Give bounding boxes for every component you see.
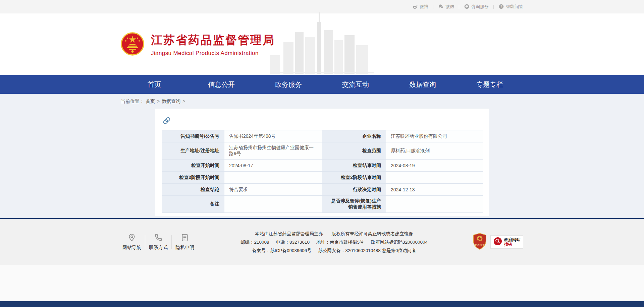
topbar-link-label: 微博 [420, 4, 428, 10]
footer-icp-number[interactable]: 备案号：苏ICP备09039606号 [252, 246, 312, 255]
nav-item-interaction[interactable]: 交流互动 [322, 75, 389, 94]
footer-link-contact[interactable]: 联系方式 [147, 233, 169, 251]
topbar-link-consult-service[interactable]: 咨询服务 [464, 4, 489, 10]
magnifier-icon [493, 237, 502, 247]
field-value: 符合要求 [224, 184, 322, 196]
footer-quicklinks: 网站导航 联系方式 隐私申明 [121, 233, 196, 251]
breadcrumb-link-data-query[interactable]: 数据查询 [162, 99, 180, 104]
gov-site-find-error-badge[interactable]: 政府网站 找错 [490, 235, 523, 249]
document-icon [174, 233, 196, 242]
footer-phone: 电话：83273610 [276, 238, 310, 246]
site-title: 江苏省药品监督管理局 [151, 33, 275, 48]
topbar-link-label: 微信 [445, 4, 454, 10]
city-skyline-watermark [270, 12, 374, 75]
map-pin-icon [121, 233, 143, 242]
field-value [386, 196, 483, 213]
footer-copyright-text: 版权所有未经许可禁止转载或者建立镜像 [332, 230, 413, 238]
footer-spacer [0, 265, 644, 301]
footer-line-2: 邮编：210008 电话：83273610 地址：南京市鼓楼街5号 政府网站标识… [196, 238, 472, 246]
topbar-link-wechat[interactable]: 微信 [438, 4, 454, 10]
field-label: 告知书编号/公告号 [162, 130, 224, 142]
footer-link-privacy[interactable]: 隐私申明 [174, 233, 196, 251]
field-label: 检查2阶段结束时间 [322, 172, 386, 184]
table-row: 生产地址/注册地址 江苏省扬州市扬州生物健康产业园健康一路9号 检查范围 原料药… [162, 142, 483, 160]
topbar-link-weibo[interactable]: 微博 [412, 4, 428, 10]
phone-icon [147, 233, 169, 242]
nav-item-special-topics[interactable]: 专题专栏 [456, 75, 523, 94]
footer-line-1: 本站由江苏省药品监督管理局主办 版权所有未经许可禁止转载或者建立镜像 [196, 230, 472, 238]
separator [433, 5, 433, 9]
field-value [224, 172, 322, 184]
consult-service-icon [464, 4, 470, 9]
footer-postcode: 邮编：210008 [240, 238, 269, 246]
separator [145, 235, 145, 249]
footer-security-number[interactable]: 苏公网安备：32010602010488 您是第0位访问者 [318, 246, 416, 255]
table-row: 检查2阶段开始时间 检查2阶段结束时间 [162, 172, 483, 184]
footer-badges: 党政机关 政府网站 找错 [472, 233, 523, 251]
field-value [224, 196, 322, 213]
table-row: 检查结论 符合要求 行政决定时间 2024-12-13 [162, 184, 483, 196]
table-row: 备注 是否涉及暂停(恢复)生产销售使用等措施 [162, 196, 483, 213]
quicklink-label: 网站导航 [121, 245, 143, 251]
nav-item-gov-services[interactable]: 政务服务 [255, 75, 322, 94]
national-emblem-logo [121, 32, 144, 57]
main-nav: 首页 信息公开 政务服务 交流互动 数据查询 专题专栏 [0, 75, 644, 94]
badge-label: 政府网站 [504, 237, 520, 242]
nav-item-home[interactable]: 首页 [121, 75, 188, 94]
breadcrumb-separator: > [182, 99, 185, 104]
wechat-icon [438, 4, 444, 9]
footer-site-id: 政府网站标识码3200000004 [371, 238, 428, 246]
site-footer: 网站导航 联系方式 隐私申明 本站由江苏省药品监督管理局主办 版权所有未经许可禁… [0, 219, 644, 265]
footer-address: 地址：南京市鼓楼街5号 [316, 238, 364, 246]
footer-link-site-navigation[interactable]: 网站导航 [121, 233, 143, 251]
field-label: 行政决定时间 [322, 184, 386, 196]
table-row: 告知书编号/公告号 告知书2024年第408号 企业名称 江苏联环药业股份有限公… [162, 130, 483, 142]
table-row: 检查开始时间 2024-08-17 检查结束时间 2024-08-19 [162, 160, 483, 172]
bottom-bar [0, 301, 644, 307]
field-label: 检查范围 [322, 142, 386, 160]
field-value: 原料药,口服溶液剂 [386, 142, 483, 160]
separator [459, 5, 459, 9]
field-label: 检查2阶段开始时间 [162, 172, 224, 184]
footer-text: 本站由江苏省药品监督管理局主办 版权所有未经许可禁止转载或者建立镜像 邮编：21… [196, 230, 472, 255]
site-subtitle: Jiangsu Medical Products Administration [151, 50, 275, 57]
separator [493, 5, 494, 9]
link-icon [162, 116, 482, 127]
field-value: 2024-08-17 [224, 160, 322, 172]
field-label: 检查开始时间 [162, 160, 224, 172]
badge-label: 找错 [504, 242, 520, 247]
party-gov-badge[interactable]: 党政机关 [472, 233, 487, 251]
breadcrumb-prefix: 当前位置： [121, 99, 144, 104]
breadcrumb-separator: > [157, 99, 160, 104]
field-value: 江苏联环药业股份有限公司 [386, 130, 483, 142]
weibo-icon [412, 4, 418, 9]
field-label: 是否涉及暂停(恢复)生产销售使用等措施 [322, 196, 386, 213]
main-content: 当前位置：首页>数据查询> 告知书编号/公告号 告知书2024年第408号 企业… [0, 94, 644, 218]
nav-item-info-disclosure[interactable]: 信息公开 [188, 75, 255, 94]
site-header: 江苏省药品监督管理局 Jiangsu Medical Products Admi… [0, 13, 644, 75]
field-label: 生产地址/注册地址 [162, 142, 224, 160]
svg-text:党政机关: 党政机关 [474, 244, 485, 247]
field-value: 2024-12-13 [386, 184, 483, 196]
field-value: 2024-08-19 [386, 160, 483, 172]
svg-text:?: ? [500, 5, 502, 8]
footer-host-text: 本站由江苏省药品监督管理局主办 [255, 230, 323, 238]
quicklink-label: 隐私申明 [174, 245, 196, 251]
field-label: 检查结论 [162, 184, 224, 196]
footer-line-3: 备案号：苏ICP备09039606号 苏公网安备：32010602010488 … [196, 246, 472, 255]
field-value [386, 172, 483, 184]
smart-qa-icon: ? [498, 4, 504, 9]
brand[interactable]: 江苏省药品监督管理局 Jiangsu Medical Products Admi… [121, 32, 275, 57]
field-label: 企业名称 [322, 130, 386, 142]
utility-bar: 微博 微信 咨询服务 ? 智能问答 [0, 0, 644, 13]
breadcrumb: 当前位置：首页>数据查询> [121, 94, 523, 105]
field-value: 告知书2024年第408号 [224, 130, 322, 142]
quicklink-label: 联系方式 [147, 245, 169, 251]
separator [171, 235, 172, 249]
inspection-detail-table: 告知书编号/公告号 告知书2024年第408号 企业名称 江苏联环药业股份有限公… [162, 130, 483, 213]
topbar-link-smart-qa[interactable]: ? 智能问答 [498, 4, 523, 10]
nav-item-data-query[interactable]: 数据查询 [389, 75, 456, 94]
field-label: 检查结束时间 [322, 160, 386, 172]
field-label: 备注 [162, 196, 224, 213]
breadcrumb-link-home[interactable]: 首页 [146, 99, 155, 104]
